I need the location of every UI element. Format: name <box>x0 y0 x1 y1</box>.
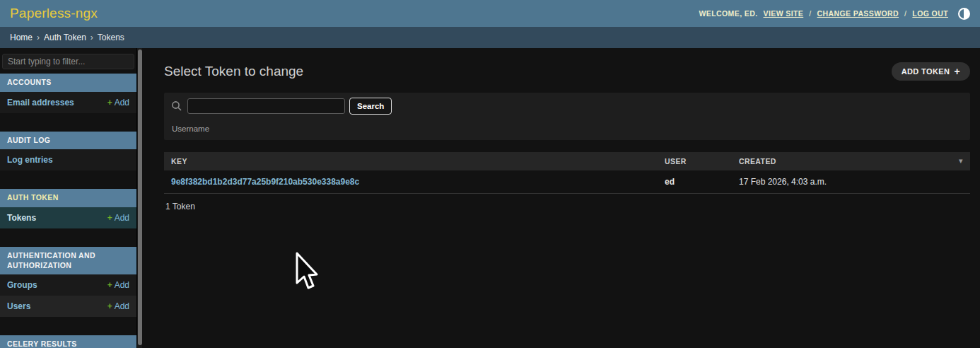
token-created-cell: 17 Feb 2026, 4:03 a.m. <box>732 170 970 193</box>
view-site-link[interactable]: VIEW SITE <box>764 9 804 18</box>
add-token-button[interactable]: ADD TOKEN + <box>892 62 970 81</box>
token-key-link[interactable]: 9e8f382bd1b2d3d77a25b9f210ab530e338a9e8c <box>171 177 359 187</box>
section-header-celery-results: CELERY RESULTS <box>0 335 136 348</box>
search-input[interactable] <box>187 98 345 114</box>
sidebar-item-groups[interactable]: Groups +Add <box>0 274 136 296</box>
search-icon <box>171 100 182 112</box>
add-group-link[interactable]: +Add <box>107 280 129 290</box>
change-password-link[interactable]: CHANGE PASSWORD <box>817 9 899 18</box>
groups-link[interactable]: Groups <box>7 280 37 290</box>
plus-icon: + <box>107 98 112 108</box>
user-tools: WELCOME, ED. VIEW SITE / CHANGE PASSWORD… <box>699 8 970 20</box>
link-separator: / <box>809 9 811 18</box>
sidebar-section-accounts: ACCOUNTS Email addresses +Add <box>0 74 136 113</box>
users-link[interactable]: Users <box>7 301 30 311</box>
app-header: Paperless-ngx WELCOME, ED. VIEW SITE / C… <box>0 0 980 27</box>
section-header-auth-token: AUTH TOKEN <box>0 189 136 207</box>
result-count: 1 Token <box>164 194 970 219</box>
log-entries-link[interactable]: Log entries <box>7 155 53 165</box>
sort-options-caret-icon[interactable]: ▾ <box>959 156 963 166</box>
search-button[interactable]: Search <box>349 98 392 115</box>
plus-icon: + <box>107 280 112 290</box>
column-header-created[interactable]: CREATED ▾ <box>732 152 970 170</box>
tokens-link[interactable]: Tokens <box>7 213 36 223</box>
nav-sidebar: ACCOUNTS Email addresses +Add AUDIT LOG … <box>0 48 136 348</box>
table-row: 9e8f382bd1b2d3d77a25b9f210ab530e338a9e8c… <box>164 170 970 194</box>
sidebar-section-celery-results: CELERY RESULTS <box>0 335 136 348</box>
results-table: KEY USER CREATED ▾ 9e8f382bd1b2d3d77a25b… <box>164 152 970 219</box>
column-header-user[interactable]: USER <box>658 152 732 170</box>
log-out-link[interactable]: LOG OUT <box>912 9 948 18</box>
breadcrumb: Home › Auth Token › Tokens <box>0 27 980 48</box>
sidebar-item-tokens[interactable]: Tokens +Add <box>0 207 136 228</box>
add-email-address-link[interactable]: +Add <box>107 98 129 108</box>
sidebar-filter-input[interactable] <box>2 54 134 69</box>
breadcrumb-separator: › <box>37 33 40 42</box>
column-header-key[interactable]: KEY <box>164 152 658 170</box>
search-field-label: Username <box>171 124 963 133</box>
token-user-cell: ed <box>658 170 732 193</box>
table-header-row: KEY USER CREATED ▾ <box>164 152 970 170</box>
section-header-audit-log: AUDIT LOG <box>0 132 136 150</box>
section-header-auth-and-authz: AUTHENTICATION AND AUTHORIZATION <box>0 247 136 274</box>
sidebar-section-auth-token: AUTH TOKEN Tokens +Add <box>0 189 136 228</box>
sidebar-item-email-addresses[interactable]: Email addresses +Add <box>0 92 136 113</box>
add-user-link[interactable]: +Add <box>107 301 129 311</box>
page-title: Select Token to change <box>164 64 303 79</box>
welcome-text: WELCOME, ED. <box>699 9 758 18</box>
sidebar-item-users[interactable]: Users +Add <box>0 296 136 317</box>
sidebar-section-audit-log: AUDIT LOG Log entries <box>0 132 136 171</box>
sidebar-section-auth-and-authz: AUTHENTICATION AND AUTHORIZATION Groups … <box>0 247 136 317</box>
breadcrumb-current-page: Tokens <box>98 33 124 42</box>
breadcrumb-separator: › <box>91 33 93 42</box>
plus-icon: + <box>954 68 960 75</box>
email-addresses-link[interactable]: Email addresses <box>7 98 74 108</box>
breadcrumb-home-link[interactable]: Home <box>10 33 33 42</box>
breadcrumb-app-link[interactable]: Auth Token <box>44 33 86 42</box>
brand-title: Paperless-ngx <box>10 6 98 21</box>
search-panel: Search Username <box>164 93 970 140</box>
sidebar-scrollbar[interactable] <box>136 48 142 348</box>
add-token-link[interactable]: +Add <box>107 213 129 223</box>
section-header-accounts: ACCOUNTS <box>0 74 136 92</box>
main-content: Select Token to change ADD TOKEN + Searc… <box>142 48 980 348</box>
plus-icon: + <box>107 301 112 311</box>
sidebar-item-log-entries[interactable]: Log entries <box>0 149 136 170</box>
plus-icon: + <box>107 213 112 223</box>
link-separator: / <box>904 9 906 18</box>
theme-toggle-icon[interactable] <box>958 8 970 20</box>
